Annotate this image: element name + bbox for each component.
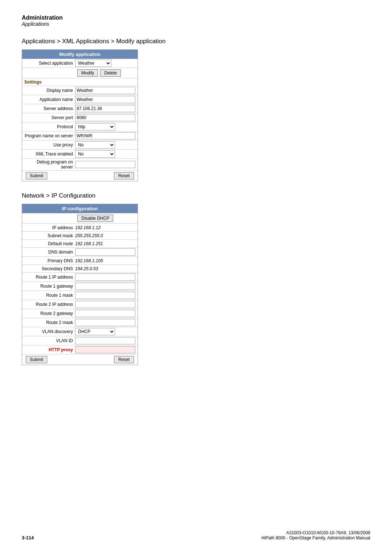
- route2-gateway-input[interactable]: [75, 310, 135, 317]
- page-subtitle: Applications: [22, 21, 370, 27]
- protocol-row: Protocol http https: [22, 122, 138, 131]
- server-port-input[interactable]: [75, 114, 135, 121]
- select-application-label: Select application: [24, 61, 75, 66]
- subnet-mask-row: Subnet mask 255.255.255.0: [22, 232, 138, 240]
- route2-mask-input[interactable]: [75, 319, 135, 326]
- server-address-row: Server address: [22, 104, 138, 113]
- route1-gateway-input[interactable]: [75, 283, 135, 290]
- footer-page-number: 3-114: [22, 535, 34, 540]
- vlan-discovery-row: VLAN discovery DHCP Manual: [22, 327, 138, 336]
- route2-gateway-row: Route 2 gateway: [22, 309, 138, 318]
- vlan-id-input[interactable]: [75, 337, 135, 344]
- ip-configuration-panel: IP configuration Disable DHCP IP address…: [22, 204, 138, 365]
- dns-domain-input[interactable]: [75, 248, 135, 256]
- application-name-input[interactable]: [75, 96, 135, 103]
- ip-reset-button[interactable]: Reset: [114, 356, 134, 363]
- page-header: Administration Applications: [22, 15, 370, 27]
- debug-program-row: Debug program on server: [22, 159, 138, 171]
- delete-button[interactable]: Delete: [100, 69, 121, 77]
- vlan-id-row: VLAN ID: [22, 336, 138, 345]
- vlan-discovery-select[interactable]: DHCP Manual: [75, 328, 115, 335]
- http-proxy-input[interactable]: [75, 346, 135, 353]
- primary-dns-row: Primary DNS 192.168.1.105: [22, 257, 138, 265]
- footer: A31003-O1010-M100-10-76A9, 13/06/2008 Hi…: [261, 530, 370, 540]
- ip-submit-button[interactable]: Submit: [26, 356, 47, 363]
- route1-ip-row: Route 1 IP address: [22, 273, 138, 282]
- xml-trace-row: XML Trace enabled No Yes: [22, 150, 138, 159]
- route1-mask-input[interactable]: [75, 292, 135, 299]
- use-proxy-select[interactable]: No Yes: [75, 141, 115, 149]
- ip-panel-header: IP configuration: [22, 204, 138, 213]
- route1-mask-row: Route 1 mask: [22, 291, 138, 300]
- debug-program-input[interactable]: [75, 161, 135, 168]
- route1-gateway-row: Route 1 gateway: [22, 282, 138, 291]
- modify-delete-row: Modify Delete: [22, 68, 138, 78]
- secondary-dns-row: Secondary DNS 194.25.0.53: [22, 265, 138, 273]
- settings-label: Settings: [22, 78, 138, 86]
- dns-domain-row: DNS domain: [22, 248, 138, 257]
- modify-application-panel: Modify application Select application We…: [22, 49, 138, 181]
- program-name-row: Program name on server: [22, 131, 138, 141]
- default-route-row: Default route 192.168.1.251: [22, 240, 138, 248]
- route2-ip-input[interactable]: [75, 301, 135, 308]
- modify-panel-header: Modify application: [22, 50, 138, 59]
- modify-button[interactable]: Modify: [77, 69, 98, 77]
- xml-trace-select[interactable]: No Yes: [75, 150, 115, 158]
- footer-line1: A31003-O1010-M100-10-76A9, 13/06/2008: [261, 530, 370, 535]
- program-name-input[interactable]: [75, 132, 135, 139]
- modify-submit-button[interactable]: Submit: [26, 172, 47, 179]
- footer-line2: HiPath 8000 - OpenStage Family, Administ…: [261, 535, 370, 540]
- route2-mask-row: Route 2 mask: [22, 318, 138, 327]
- section2-title: Network > IP Configuration: [22, 192, 370, 199]
- display-name-row: Display name: [22, 86, 138, 95]
- select-application-dropdown[interactable]: Weather: [75, 60, 111, 67]
- page-title: Administration: [22, 15, 370, 21]
- ip-submit-row: Submit Reset: [22, 355, 138, 365]
- route2-ip-row: Route 2 IP address: [22, 300, 138, 309]
- route1-ip-input[interactable]: [75, 274, 135, 281]
- modify-reset-button[interactable]: Reset: [114, 172, 134, 179]
- modify-submit-row: Submit Reset: [22, 171, 138, 181]
- section1-title: Applications > XML Applications > Modify…: [22, 38, 370, 45]
- disable-dhcp-button[interactable]: Disable DHCP: [77, 215, 113, 222]
- display-name-input[interactable]: [75, 87, 135, 94]
- server-port-row: Server port: [22, 113, 138, 122]
- ip-address-row: IP address 192.168.1.12: [22, 224, 138, 232]
- application-name-row: Application name: [22, 95, 138, 104]
- select-application-row: Select application Weather: [22, 59, 138, 68]
- use-proxy-row: Use proxy No Yes: [22, 141, 138, 150]
- server-address-input[interactable]: [75, 105, 135, 112]
- protocol-select[interactable]: http https: [75, 123, 115, 130]
- http-proxy-row: HTTP proxy: [22, 345, 138, 355]
- disable-dhcp-row: Disable DHCP: [22, 213, 138, 224]
